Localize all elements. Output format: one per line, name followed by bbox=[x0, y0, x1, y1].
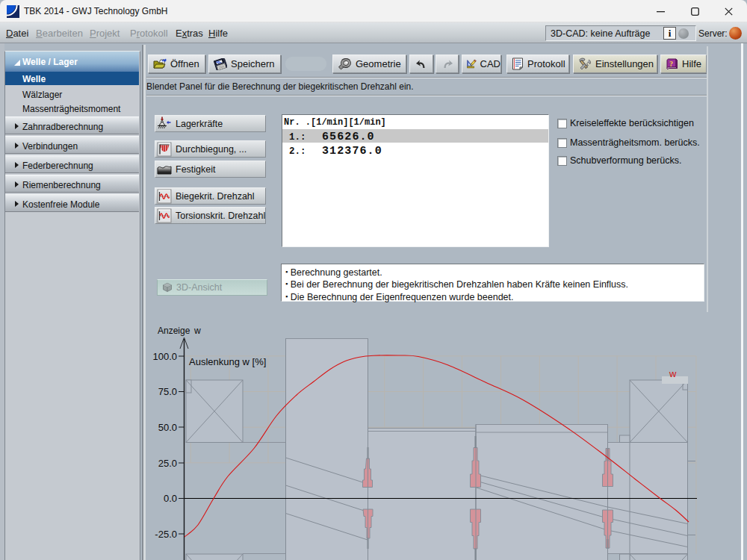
svg-text:w: w bbox=[193, 326, 201, 336]
svg-text:-25.0: -25.0 bbox=[155, 529, 177, 540]
svg-text:Anzeige: Anzeige bbox=[158, 326, 190, 336]
svg-text:25.0: 25.0 bbox=[158, 458, 177, 469]
svg-text:100.0: 100.0 bbox=[152, 351, 177, 362]
svg-text:75.0: 75.0 bbox=[158, 386, 177, 397]
svg-text:50.0: 50.0 bbox=[158, 422, 177, 433]
svg-text:Auslenkung w [%]: Auslenkung w [%] bbox=[189, 356, 266, 367]
svg-text:w: w bbox=[669, 368, 677, 379]
svg-text:?: ? bbox=[669, 59, 673, 67]
svg-text:0.0: 0.0 bbox=[164, 493, 177, 504]
